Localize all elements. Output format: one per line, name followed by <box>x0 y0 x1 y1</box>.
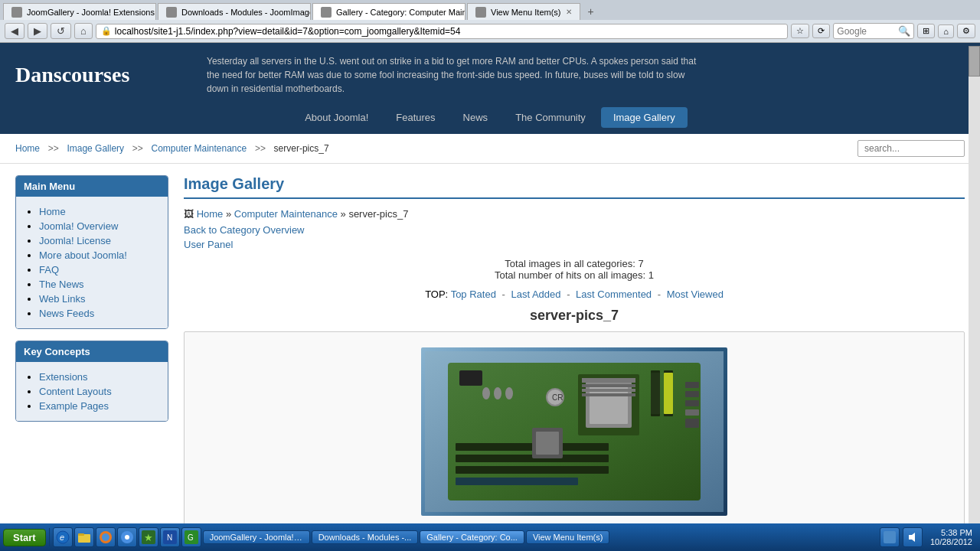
nav-features[interactable]: Features <box>384 107 447 128</box>
tab-joomgallery[interactable]: JoomGallery - Joomla! Extensions Directo… <box>3 3 156 20</box>
taskbar-viewmenu-item[interactable]: View Menu Item(s) <box>526 530 610 543</box>
taskbar-icon-firefox[interactable] <box>96 527 116 543</box>
main-menu-section: Main Menu Home Joomla! Overview Joomla! … <box>15 175 168 329</box>
gallery-breadcrumb-icon: 🖼 <box>184 208 194 220</box>
sidebar-item-web-links[interactable]: Web Links <box>39 293 85 305</box>
new-tab-button[interactable]: + <box>582 3 600 20</box>
nav-image-gallery[interactable]: Image Gallery <box>601 107 688 128</box>
svg-point-19 <box>505 387 513 399</box>
site-header: Danscourses Yesterday all servers in the… <box>0 43 980 107</box>
sidebar-item-news-feeds[interactable]: News Feeds <box>39 308 94 319</box>
home-button[interactable]: ⌂ <box>74 23 93 39</box>
bookmark-button[interactable]: ☆ <box>791 24 809 38</box>
top-rated-link[interactable]: Top Rated <box>451 289 496 300</box>
forward-button[interactable]: ▶ <box>28 23 47 39</box>
sidebar-item-more-joomla[interactable]: More about Joomla! <box>39 249 127 261</box>
back-to-category-link[interactable]: Back to Category Overview <box>184 224 965 236</box>
sidebar-item-joomla-license[interactable]: Joomla! License <box>39 235 111 246</box>
taskbar-separator-1 <box>49 528 50 543</box>
sidebar-item-content-layouts[interactable]: Content Layouts <box>39 386 112 397</box>
main-layout: Main Menu Home Joomla! Overview Joomla! … <box>0 164 980 543</box>
taskbar-time: 5:38 PM 10/28/2012 <box>926 528 977 543</box>
svg-rect-34 <box>78 533 84 536</box>
site-navigation: About Joomla! Features News The Communit… <box>0 107 980 134</box>
google-search-input[interactable] <box>837 26 898 37</box>
sidebar-item-home[interactable]: Home <box>39 206 66 217</box>
taskbar-joomgallery-item[interactable]: JoomGallery - Joomla! ... <box>203 530 310 543</box>
last-commented-link[interactable]: Last Commented <box>576 289 652 300</box>
gallery-image[interactable]: CR <box>421 347 727 516</box>
breadcrumb-image-gallery[interactable]: Image Gallery <box>67 143 124 154</box>
tab-label-4: View Menu Item(s) <box>491 8 561 17</box>
back-button[interactable]: ◀ <box>5 23 24 39</box>
svg-text:G: G <box>188 533 194 542</box>
sidebar-item-news[interactable]: The News <box>39 279 84 290</box>
tab-close-4[interactable]: ✕ <box>566 8 572 16</box>
taskbar-system-icon[interactable] <box>880 527 900 543</box>
sidebar-item-extensions[interactable]: Extensions <box>39 371 88 383</box>
user-panel-link[interactable]: User Panel <box>184 239 965 250</box>
refresh-icon-btn[interactable]: ⟳ <box>812 24 830 38</box>
taskbar-volume-icon[interactable] <box>903 527 923 543</box>
trail-gallery: server-pics_7 <box>348 208 408 220</box>
taskbar-time-display: 5:38 PM <box>930 528 972 537</box>
sidebar-item-joomla-overview[interactable]: Joomla! Overview <box>39 220 118 232</box>
tab-icon-2 <box>166 7 177 18</box>
svg-text:★: ★ <box>144 532 153 543</box>
most-viewed-link[interactable]: Most Viewed <box>667 289 724 300</box>
scrollbar-thumb[interactable] <box>969 46 980 77</box>
trail-sep-1: » <box>226 208 234 220</box>
extensions-button[interactable]: ⊞ <box>917 24 935 38</box>
breadcrumb-sep-3: >> <box>253 143 269 154</box>
breadcrumb-home[interactable]: Home <box>15 143 40 154</box>
svg-rect-25 <box>685 400 699 406</box>
taskbar-icon-star[interactable]: ★ <box>139 527 158 543</box>
tab-gallery[interactable]: Gallery - Category: Computer Maintenan..… <box>312 3 466 20</box>
svg-rect-8 <box>582 393 635 396</box>
svg-rect-22 <box>536 432 559 455</box>
total-images-stat: Total images in all categories: 7 <box>184 258 965 269</box>
svg-rect-27 <box>685 419 699 428</box>
address-bar[interactable]: 🔒 <box>96 24 788 39</box>
sidebar: Main Menu Home Joomla! Overview Joomla! … <box>15 175 168 532</box>
address-input[interactable] <box>115 26 782 37</box>
tab-icon-4 <box>475 7 486 18</box>
nav-news[interactable]: News <box>451 107 501 128</box>
taskbar-icon-green[interactable]: G <box>181 527 201 543</box>
svg-rect-26 <box>685 409 699 416</box>
trail-home[interactable]: Home <box>197 208 224 220</box>
svg-text:e: e <box>60 533 64 542</box>
home-nav-button[interactable]: ⌂ <box>938 24 954 38</box>
nav-about-joomla[interactable]: About Joomla! <box>292 107 381 128</box>
taskbar-icon-chrome[interactable] <box>117 527 137 543</box>
taskbar-icon-folder[interactable] <box>74 527 94 543</box>
start-button[interactable]: Start <box>3 529 46 544</box>
gallery-frame: CR <box>184 331 965 532</box>
nav-community[interactable]: The Community <box>503 107 598 128</box>
taskbar-icon-ie[interactable]: e <box>53 527 73 543</box>
google-search-box[interactable]: 🔍 <box>833 23 914 39</box>
taskbar-gallery-item[interactable]: Gallery - Category: Co... <box>420 530 524 543</box>
last-added-link[interactable]: Last Added <box>511 289 560 300</box>
taskbar-icon-blue[interactable]: N <box>160 527 180 543</box>
tab-downloads[interactable]: Downloads - Modules - JoomImages ✕ <box>158 3 311 20</box>
taskbar-downloads-item[interactable]: Downloads - Modules -... <box>312 530 419 543</box>
refresh-button[interactable]: ↺ <box>51 23 71 39</box>
sidebar-item-example-pages[interactable]: Example Pages <box>39 400 109 412</box>
tab-label-2: Downloads - Modules - JoomImages <box>181 8 311 17</box>
sidebar-item-faq[interactable]: FAQ <box>39 264 59 276</box>
address-icon: 🔒 <box>101 26 112 36</box>
settings-button[interactable]: ⚙ <box>957 24 975 38</box>
tab-icon-1 <box>11 7 22 18</box>
trail-category[interactable]: Computer Maintenance <box>234 208 338 220</box>
breadcrumb-sep-1: >> <box>45 143 61 154</box>
taskbar: Start e ★ N G JoomGallery - Joomla! ... … <box>0 523 980 543</box>
search-input[interactable] <box>858 140 965 157</box>
breadcrumb-current: server-pics_7 <box>274 143 329 154</box>
main-menu-title: Main Menu <box>16 176 168 197</box>
scrollbar[interactable] <box>969 46 980 523</box>
motherboard-svg: CR <box>425 351 724 512</box>
breadcrumb-computer-maintenance[interactable]: Computer Maintenance <box>151 143 247 154</box>
google-search-icon[interactable]: 🔍 <box>898 25 910 37</box>
tab-viewmenu[interactable]: View Menu Item(s) ✕ <box>467 3 580 20</box>
